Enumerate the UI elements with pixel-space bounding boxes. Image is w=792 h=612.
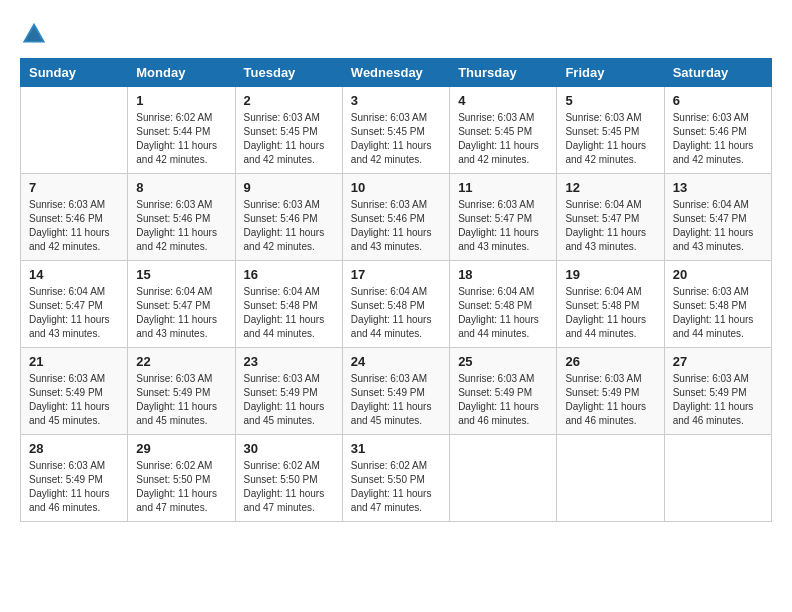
calendar-cell: [664, 435, 771, 522]
day-number: 18: [458, 267, 548, 282]
day-info: Sunrise: 6:03 AM Sunset: 5:49 PM Dayligh…: [244, 372, 334, 428]
day-info: Sunrise: 6:04 AM Sunset: 5:47 PM Dayligh…: [136, 285, 226, 341]
calendar-cell: 8Sunrise: 6:03 AM Sunset: 5:46 PM Daylig…: [128, 174, 235, 261]
day-info: Sunrise: 6:03 AM Sunset: 5:45 PM Dayligh…: [244, 111, 334, 167]
dow-header: Monday: [128, 59, 235, 87]
day-number: 4: [458, 93, 548, 108]
calendar-cell: 6Sunrise: 6:03 AM Sunset: 5:46 PM Daylig…: [664, 87, 771, 174]
calendar-cell: 24Sunrise: 6:03 AM Sunset: 5:49 PM Dayli…: [342, 348, 449, 435]
day-number: 13: [673, 180, 763, 195]
day-info: Sunrise: 6:03 AM Sunset: 5:46 PM Dayligh…: [29, 198, 119, 254]
day-number: 16: [244, 267, 334, 282]
day-info: Sunrise: 6:03 AM Sunset: 5:45 PM Dayligh…: [458, 111, 548, 167]
calendar-cell: 15Sunrise: 6:04 AM Sunset: 5:47 PM Dayli…: [128, 261, 235, 348]
day-info: Sunrise: 6:03 AM Sunset: 5:45 PM Dayligh…: [351, 111, 441, 167]
logo: [20, 20, 52, 48]
calendar-week-row: 28Sunrise: 6:03 AM Sunset: 5:49 PM Dayli…: [21, 435, 772, 522]
calendar-cell: 23Sunrise: 6:03 AM Sunset: 5:49 PM Dayli…: [235, 348, 342, 435]
calendar-table: SundayMondayTuesdayWednesdayThursdayFrid…: [20, 58, 772, 522]
day-number: 8: [136, 180, 226, 195]
calendar-cell: 28Sunrise: 6:03 AM Sunset: 5:49 PM Dayli…: [21, 435, 128, 522]
day-info: Sunrise: 6:02 AM Sunset: 5:50 PM Dayligh…: [244, 459, 334, 515]
day-number: 25: [458, 354, 548, 369]
day-number: 24: [351, 354, 441, 369]
day-number: 1: [136, 93, 226, 108]
dow-header: Sunday: [21, 59, 128, 87]
day-info: Sunrise: 6:03 AM Sunset: 5:47 PM Dayligh…: [458, 198, 548, 254]
calendar-cell: 26Sunrise: 6:03 AM Sunset: 5:49 PM Dayli…: [557, 348, 664, 435]
day-info: Sunrise: 6:03 AM Sunset: 5:49 PM Dayligh…: [29, 372, 119, 428]
day-info: Sunrise: 6:04 AM Sunset: 5:48 PM Dayligh…: [458, 285, 548, 341]
day-info: Sunrise: 6:03 AM Sunset: 5:48 PM Dayligh…: [673, 285, 763, 341]
calendar-week-row: 14Sunrise: 6:04 AM Sunset: 5:47 PM Dayli…: [21, 261, 772, 348]
day-info: Sunrise: 6:04 AM Sunset: 5:48 PM Dayligh…: [565, 285, 655, 341]
day-number: 14: [29, 267, 119, 282]
page-header: [20, 20, 772, 48]
calendar-cell: 18Sunrise: 6:04 AM Sunset: 5:48 PM Dayli…: [450, 261, 557, 348]
day-number: 3: [351, 93, 441, 108]
calendar-cell: 27Sunrise: 6:03 AM Sunset: 5:49 PM Dayli…: [664, 348, 771, 435]
day-info: Sunrise: 6:03 AM Sunset: 5:49 PM Dayligh…: [29, 459, 119, 515]
calendar-cell: 11Sunrise: 6:03 AM Sunset: 5:47 PM Dayli…: [450, 174, 557, 261]
calendar-cell: [450, 435, 557, 522]
day-number: 7: [29, 180, 119, 195]
calendar-cell: 14Sunrise: 6:04 AM Sunset: 5:47 PM Dayli…: [21, 261, 128, 348]
day-info: Sunrise: 6:04 AM Sunset: 5:47 PM Dayligh…: [565, 198, 655, 254]
day-info: Sunrise: 6:04 AM Sunset: 5:48 PM Dayligh…: [351, 285, 441, 341]
day-number: 6: [673, 93, 763, 108]
day-info: Sunrise: 6:03 AM Sunset: 5:46 PM Dayligh…: [136, 198, 226, 254]
day-number: 2: [244, 93, 334, 108]
day-info: Sunrise: 6:04 AM Sunset: 5:47 PM Dayligh…: [29, 285, 119, 341]
calendar-cell: 2Sunrise: 6:03 AM Sunset: 5:45 PM Daylig…: [235, 87, 342, 174]
day-number: 15: [136, 267, 226, 282]
dow-header: Thursday: [450, 59, 557, 87]
day-number: 27: [673, 354, 763, 369]
day-number: 26: [565, 354, 655, 369]
day-info: Sunrise: 6:02 AM Sunset: 5:44 PM Dayligh…: [136, 111, 226, 167]
day-info: Sunrise: 6:03 AM Sunset: 5:49 PM Dayligh…: [351, 372, 441, 428]
day-info: Sunrise: 6:03 AM Sunset: 5:46 PM Dayligh…: [673, 111, 763, 167]
calendar-cell: 19Sunrise: 6:04 AM Sunset: 5:48 PM Dayli…: [557, 261, 664, 348]
calendar-week-row: 7Sunrise: 6:03 AM Sunset: 5:46 PM Daylig…: [21, 174, 772, 261]
calendar-cell: 13Sunrise: 6:04 AM Sunset: 5:47 PM Dayli…: [664, 174, 771, 261]
day-number: 23: [244, 354, 334, 369]
calendar-cell: 5Sunrise: 6:03 AM Sunset: 5:45 PM Daylig…: [557, 87, 664, 174]
day-info: Sunrise: 6:03 AM Sunset: 5:46 PM Dayligh…: [351, 198, 441, 254]
day-number: 5: [565, 93, 655, 108]
dow-header: Friday: [557, 59, 664, 87]
day-info: Sunrise: 6:03 AM Sunset: 5:49 PM Dayligh…: [565, 372, 655, 428]
calendar-cell: 31Sunrise: 6:02 AM Sunset: 5:50 PM Dayli…: [342, 435, 449, 522]
calendar-cell: 12Sunrise: 6:04 AM Sunset: 5:47 PM Dayli…: [557, 174, 664, 261]
calendar-cell: 25Sunrise: 6:03 AM Sunset: 5:49 PM Dayli…: [450, 348, 557, 435]
day-number: 20: [673, 267, 763, 282]
calendar-cell: 7Sunrise: 6:03 AM Sunset: 5:46 PM Daylig…: [21, 174, 128, 261]
calendar-cell: [557, 435, 664, 522]
calendar-cell: 9Sunrise: 6:03 AM Sunset: 5:46 PM Daylig…: [235, 174, 342, 261]
day-info: Sunrise: 6:03 AM Sunset: 5:49 PM Dayligh…: [136, 372, 226, 428]
calendar-cell: 30Sunrise: 6:02 AM Sunset: 5:50 PM Dayli…: [235, 435, 342, 522]
day-number: 10: [351, 180, 441, 195]
day-info: Sunrise: 6:02 AM Sunset: 5:50 PM Dayligh…: [136, 459, 226, 515]
calendar-cell: [21, 87, 128, 174]
day-info: Sunrise: 6:03 AM Sunset: 5:49 PM Dayligh…: [458, 372, 548, 428]
calendar-cell: 29Sunrise: 6:02 AM Sunset: 5:50 PM Dayli…: [128, 435, 235, 522]
day-info: Sunrise: 6:03 AM Sunset: 5:46 PM Dayligh…: [244, 198, 334, 254]
calendar-cell: 20Sunrise: 6:03 AM Sunset: 5:48 PM Dayli…: [664, 261, 771, 348]
calendar-cell: 16Sunrise: 6:04 AM Sunset: 5:48 PM Dayli…: [235, 261, 342, 348]
calendar-cell: 22Sunrise: 6:03 AM Sunset: 5:49 PM Dayli…: [128, 348, 235, 435]
day-number: 12: [565, 180, 655, 195]
dow-header: Wednesday: [342, 59, 449, 87]
dow-header: Saturday: [664, 59, 771, 87]
day-info: Sunrise: 6:03 AM Sunset: 5:45 PM Dayligh…: [565, 111, 655, 167]
calendar-cell: 3Sunrise: 6:03 AM Sunset: 5:45 PM Daylig…: [342, 87, 449, 174]
day-number: 19: [565, 267, 655, 282]
calendar-cell: 21Sunrise: 6:03 AM Sunset: 5:49 PM Dayli…: [21, 348, 128, 435]
day-number: 29: [136, 441, 226, 456]
dow-header: Tuesday: [235, 59, 342, 87]
day-number: 22: [136, 354, 226, 369]
day-number: 21: [29, 354, 119, 369]
day-number: 30: [244, 441, 334, 456]
calendar-week-row: 21Sunrise: 6:03 AM Sunset: 5:49 PM Dayli…: [21, 348, 772, 435]
logo-icon: [20, 20, 48, 48]
calendar-week-row: 1Sunrise: 6:02 AM Sunset: 5:44 PM Daylig…: [21, 87, 772, 174]
